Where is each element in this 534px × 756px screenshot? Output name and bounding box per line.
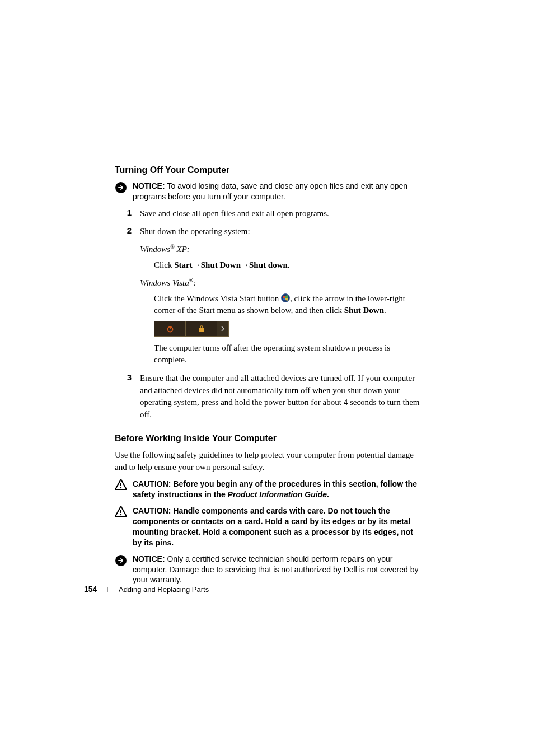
intro-paragraph: Use the following safety guidelines to h… (115, 449, 422, 474)
step-number: 1 (115, 208, 132, 222)
vista-word: Windows Vista (140, 278, 189, 287)
notice-icon (115, 181, 129, 196)
step-body: Save and close all open files and exit a… (132, 208, 422, 222)
colon: : (193, 278, 196, 287)
step-1: 1 Save and close all open files and exit… (115, 208, 422, 222)
notice-label: NOTICE: (133, 181, 167, 190)
step-3: 3 Ensure that the computer and all attac… (115, 372, 422, 423)
product-info-guide: Product Information Guide (228, 490, 327, 499)
notice-label: NOTICE: (133, 554, 167, 563)
caution-text-2: CAUTION: Handle components and cards wit… (133, 506, 422, 548)
shutdown-label: Shut Down (201, 260, 241, 269)
period: . (384, 306, 386, 315)
shutdown-label: Shut Down (344, 306, 384, 315)
footer-section-title: Adding and Replacing Parts (119, 585, 209, 594)
section-heading-before-working: Before Working Inside Your Computer (115, 433, 422, 444)
period: . (327, 490, 329, 499)
notice-block-2: NOTICE: Only a certified service technic… (115, 554, 422, 586)
page-number: 154 (84, 585, 97, 594)
step-body: Shut down the operating system: Windows®… (132, 226, 422, 369)
arrow: → (241, 260, 249, 269)
footer-divider: | (107, 586, 109, 592)
vista-start-button-icon (281, 293, 290, 302)
section-heading-turning-off: Turning Off Your Computer (115, 165, 422, 175)
caution-text-1: CAUTION: Before you begin any of the pro… (133, 479, 422, 500)
shutdown-label-2: Shut down (249, 260, 288, 269)
arrow-icon (217, 321, 228, 336)
step-1-text: Save and close all open files and exit a… (140, 208, 422, 220)
start-label: Start (174, 260, 193, 269)
svg-point-6 (120, 487, 121, 488)
caution-body: Handle components and cards with care. D… (133, 506, 413, 547)
step-number: 3 (115, 372, 132, 423)
caution-icon (115, 506, 129, 519)
step-number: 2 (115, 226, 132, 369)
step-2: 2 Shut down the operating system: Window… (115, 226, 422, 369)
notice-icon (115, 554, 129, 569)
svg-rect-4 (199, 328, 204, 332)
caution-icon (115, 479, 129, 492)
windows-vista-label: Windows Vista®: (140, 277, 422, 290)
windows-xp-label: Windows® XP: (140, 243, 422, 256)
power-icon (154, 321, 186, 336)
text: Click the Windows Vista Start button (154, 294, 281, 303)
winxp-suffix: XP: (175, 245, 190, 254)
caution-label: CAUTION: (133, 506, 173, 515)
caution-label: CAUTION: (133, 479, 173, 488)
notice-text-2: NOTICE: Only a certified service technic… (133, 554, 422, 586)
period: . (288, 260, 290, 269)
winxp-instruction: Click Start→Shut Down→Shut down. (154, 259, 422, 271)
registered-mark: ® (170, 244, 175, 250)
page-footer: 154 | Adding and Replacing Parts (84, 585, 209, 594)
step-2-text: Shut down the operating system: (140, 226, 422, 238)
text: Click (154, 260, 174, 269)
notice-text-1: NOTICE: To avoid losing data, save and c… (133, 181, 422, 202)
caution-block-1: CAUTION: Before you begin any of the pro… (115, 479, 422, 500)
notice-block-1: NOTICE: To avoid losing data, save and c… (115, 181, 422, 202)
vista-start-menu-image (154, 321, 229, 337)
svg-point-8 (120, 514, 121, 515)
caution-block-2: CAUTION: Handle components and cards wit… (115, 506, 422, 548)
notice-body: To avoid losing data, save and close any… (133, 181, 407, 201)
winxp-word: Windows (140, 245, 170, 254)
vista-instruction: Click the Windows Vista Start button , c… (154, 293, 422, 366)
notice-body: Only a certified service technician shou… (133, 554, 419, 585)
step-body: Ensure that the computer and all attache… (132, 372, 422, 423)
vista-after-text: The computer turns off after the operati… (154, 342, 422, 366)
arrow: → (193, 260, 201, 269)
lock-icon (186, 321, 217, 336)
step-3-text: Ensure that the computer and all attache… (140, 372, 422, 421)
